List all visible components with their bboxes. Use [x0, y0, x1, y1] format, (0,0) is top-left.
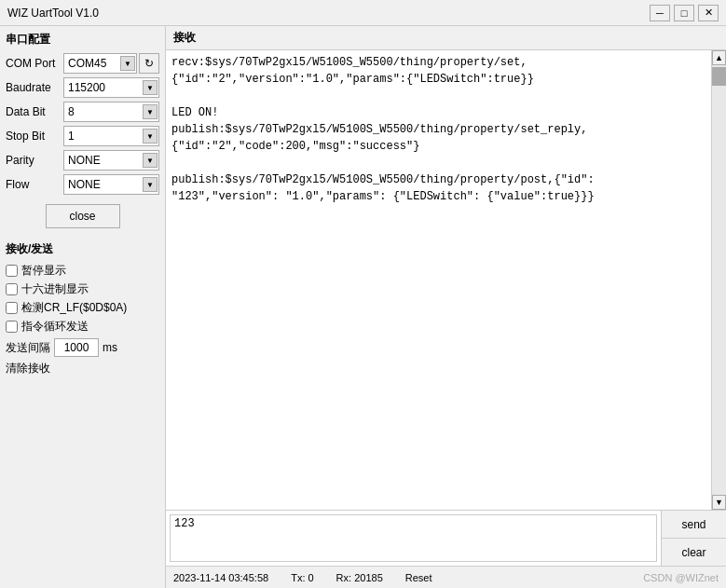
recv-scrollbar: ▲ ▼: [711, 50, 726, 510]
com-port-label: COM Port: [6, 57, 63, 70]
cycle-cmd-row: 指令循环发送: [6, 319, 159, 335]
stop-bit-label: Stop Bit: [6, 130, 63, 143]
send-buttons: send clear: [661, 511, 726, 566]
detect-crlf-checkbox[interactable]: [6, 302, 18, 314]
baudrate-select-wrapper: 115200 ▼: [63, 77, 159, 98]
app-title: WIZ UartTool V1.0: [7, 7, 99, 20]
send-input-wrapper: 123: [166, 511, 661, 566]
tx-status: Tx: 0: [291, 572, 313, 583]
close-button[interactable]: ✕: [698, 5, 719, 21]
data-bit-label: Data Bit: [6, 105, 63, 118]
parity-row: Parity NONE ▼: [6, 150, 159, 171]
recv-header: 接收: [166, 26, 726, 50]
scroll-up-button[interactable]: ▲: [712, 50, 726, 65]
refresh-button[interactable]: ↻: [139, 53, 159, 74]
com-port-select[interactable]: COM45: [63, 53, 137, 74]
parity-label: Parity: [6, 154, 63, 167]
stop-bit-select-wrapper: 1 ▼: [63, 126, 159, 146]
detect-crlf-label: 检测CR_LF($0D$0A): [21, 300, 127, 316]
pause-display-row: 暂停显示: [6, 263, 159, 279]
parity-select-wrapper: NONE ▼: [63, 150, 159, 171]
recv-send-section: 接收/发送 暂停显示 十六进制显示 检测CR_LF($0D$0A) 指令循环发送…: [6, 241, 159, 376]
data-bit-row: Data Bit 8 ▼: [6, 102, 159, 122]
flow-row: Flow NONE ▼: [6, 174, 159, 195]
baudrate-row: Baudrate 115200 ▼: [6, 77, 159, 98]
scroll-track: [712, 65, 726, 495]
maximize-button[interactable]: □: [674, 5, 694, 21]
recv-send-title: 接收/发送: [6, 241, 159, 257]
baudrate-label: Baudrate: [6, 81, 63, 94]
data-bit-select[interactable]: 8: [63, 102, 159, 122]
stop-bit-select[interactable]: 1: [63, 126, 159, 146]
reset-button[interactable]: Reset: [405, 572, 432, 583]
minimize-button[interactable]: ─: [650, 5, 670, 21]
parity-select[interactable]: NONE: [63, 150, 159, 171]
interval-label: 发送间隔: [6, 340, 50, 356]
right-content: 接收 recv:$sys/70TwP2gxl5/W5100S_W5500/thi…: [166, 26, 726, 588]
hex-display-row: 十六进制显示: [6, 281, 159, 297]
flow-select[interactable]: NONE: [63, 174, 159, 195]
interval-row: 发送间隔 ms: [6, 338, 159, 357]
main-layout: 串口配置 COM Port COM45 ▼ ↻ Baudrate 115200 …: [0, 26, 726, 588]
com-port-row: COM Port COM45 ▼ ↻: [6, 53, 159, 74]
cycle-cmd-label: 指令循环发送: [21, 319, 89, 335]
interval-input[interactable]: [54, 338, 99, 357]
sidebar: 串口配置 COM Port COM45 ▼ ↻ Baudrate 115200 …: [0, 26, 166, 588]
hex-display-label: 十六进制显示: [21, 281, 89, 297]
clear-recv-button[interactable]: 清除接收: [6, 361, 50, 376]
close-port-button[interactable]: close: [46, 204, 120, 228]
status-bar: 2023-11-14 03:45:58 Tx: 0 Rx: 20185 Rese…: [166, 566, 726, 588]
flow-label: Flow: [6, 178, 63, 191]
scroll-down-button[interactable]: ▼: [712, 495, 726, 510]
title-bar: WIZ UartTool V1.0 ─ □ ✕: [0, 0, 726, 26]
watermark: CSDN @WIZnet: [643, 572, 719, 583]
flow-select-wrapper: NONE ▼: [63, 174, 159, 195]
pause-display-checkbox[interactable]: [6, 265, 18, 277]
recv-area-container: recv:$sys/70TwP2gxl5/W5100S_W5500/thing/…: [166, 50, 726, 510]
scroll-thumb: [712, 67, 726, 86]
baudrate-select[interactable]: 115200: [63, 77, 159, 98]
ms-label: ms: [103, 341, 117, 354]
recv-area: recv:$sys/70TwP2gxl5/W5100S_W5500/thing/…: [166, 50, 711, 510]
send-area: 123 send clear: [166, 510, 726, 566]
send-button[interactable]: send: [662, 511, 726, 539]
window-controls: ─ □ ✕: [650, 5, 719, 21]
data-bit-select-wrapper: 8 ▼: [63, 102, 159, 122]
cycle-cmd-checkbox[interactable]: [6, 321, 18, 333]
send-input[interactable]: 123: [170, 514, 657, 562]
serial-config-title: 串口配置: [6, 32, 159, 48]
detect-crlf-row: 检测CR_LF($0D$0A): [6, 300, 159, 316]
rx-status: Rx: 20185: [336, 572, 383, 583]
timestamp: 2023-11-14 03:45:58: [173, 572, 268, 583]
pause-display-label: 暂停显示: [21, 263, 66, 279]
clear-send-button[interactable]: clear: [662, 539, 726, 566]
hex-display-checkbox[interactable]: [6, 283, 18, 295]
com-port-select-wrapper: COM45 ▼: [63, 53, 137, 74]
stop-bit-row: Stop Bit 1 ▼: [6, 126, 159, 146]
